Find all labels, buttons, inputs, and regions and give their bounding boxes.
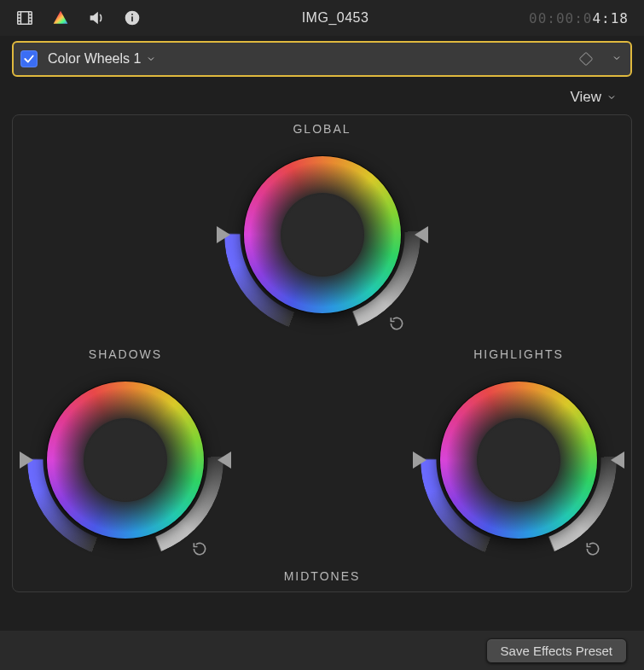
shadows-reset-button[interactable]: [190, 540, 209, 559]
highlights-reset-button[interactable]: [583, 540, 602, 559]
clip-title: IMG_0453: [142, 10, 529, 26]
highlights-wheel[interactable]: [416, 366, 621, 554]
keyframe-button[interactable]: [579, 52, 594, 67]
highlights-brightness-handle[interactable]: [611, 452, 624, 469]
shadows-wheel-block: SHADOWS: [23, 347, 228, 554]
svg-marker-9: [54, 11, 68, 24]
global-wheel-inner[interactable]: [281, 194, 363, 276]
inspector-header: IMG_0453 00:00:04:18: [0, 0, 644, 36]
global-wheel-block: GLOBAL: [220, 122, 425, 329]
global-wheel-puck[interactable]: [315, 227, 330, 242]
global-wheel[interactable]: [220, 141, 425, 329]
chevron-down-icon: [612, 53, 622, 63]
chevron-down-icon: [606, 92, 617, 102]
global-temperature-handle[interactable]: [217, 226, 230, 243]
correction-name-dropdown[interactable]: Color Wheels 1: [48, 51, 156, 67]
highlights-wheel-puck[interactable]: [511, 452, 526, 468]
volume-icon[interactable]: [87, 9, 106, 27]
highlights-color-ring[interactable]: [440, 382, 597, 539]
highlights-temperature-handle[interactable]: [413, 452, 426, 469]
timecode: 00:00:04:18: [529, 10, 629, 26]
shadows-temperature-handle[interactable]: [20, 452, 33, 469]
inspector-footer: Save Effects Preset: [0, 631, 644, 670]
highlights-wheel-block: HIGHLIGHTS: [416, 347, 621, 554]
global-wheel-label: GLOBAL: [220, 122, 425, 136]
global-color-ring[interactable]: [244, 156, 401, 313]
shadows-wheel[interactable]: [23, 366, 228, 554]
correction-name-label: Color Wheels 1: [48, 51, 141, 67]
shadows-wheel-label: SHADOWS: [23, 347, 228, 361]
view-menu[interactable]: View: [0, 77, 644, 111]
correction-enable-checkbox[interactable]: [20, 50, 38, 67]
correction-selector[interactable]: Color Wheels 1: [12, 41, 632, 77]
view-menu-label: View: [570, 89, 601, 106]
film-icon[interactable]: [15, 9, 34, 27]
color-wheels-panel: GLOBAL SHADOWS: [12, 114, 632, 592]
midtones-wheel-label: MIDTONES: [284, 569, 361, 583]
global-reset-button[interactable]: [387, 315, 406, 334]
svg-rect-11: [131, 16, 133, 21]
inspector-tabs: [15, 9, 142, 27]
timecode-dim: 00:00:0: [529, 10, 592, 26]
shadows-wheel-puck[interactable]: [118, 452, 133, 468]
global-brightness-handle[interactable]: [415, 226, 428, 243]
reset-icon: [388, 315, 405, 332]
color-prism-icon[interactable]: [51, 9, 70, 27]
save-effects-preset-button[interactable]: Save Effects Preset: [486, 638, 627, 663]
correction-options-dropdown[interactable]: [612, 53, 622, 66]
timecode-lit: 4:18: [592, 10, 629, 26]
shadows-color-ring[interactable]: [47, 382, 204, 539]
svg-rect-12: [131, 14, 133, 15]
chevron-down-icon: [146, 54, 156, 64]
info-icon[interactable]: [123, 9, 142, 27]
highlights-wheel-label: HIGHLIGHTS: [416, 347, 621, 361]
reset-icon: [191, 540, 208, 557]
shadows-brightness-handle[interactable]: [218, 452, 231, 469]
reset-icon: [584, 540, 601, 557]
shadows-wheel-inner[interactable]: [84, 419, 166, 501]
highlights-wheel-inner[interactable]: [478, 419, 560, 501]
